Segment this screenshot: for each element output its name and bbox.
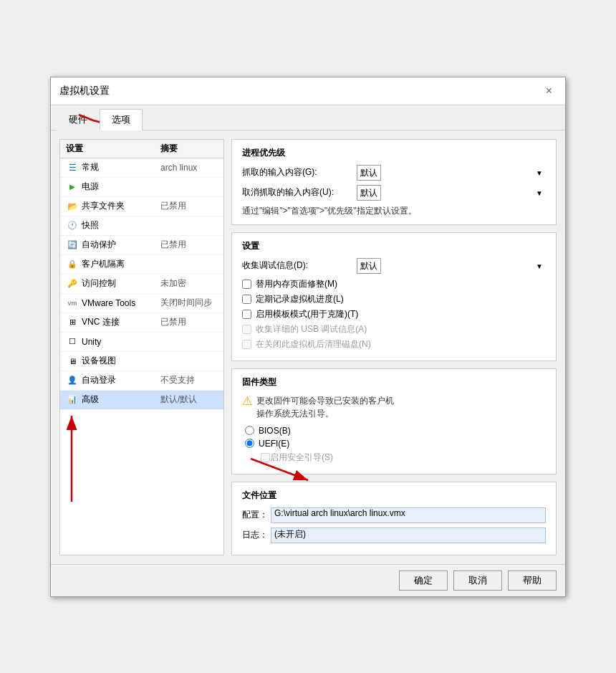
device-view-icon: 🖥: [66, 355, 79, 368]
checkbox-usb: [242, 325, 251, 334]
log-value: (未开启): [271, 528, 546, 543]
item-label-power: 电源: [82, 181, 160, 193]
list-item-power[interactable]: ▶ 电源: [60, 178, 223, 197]
grab-input-select[interactable]: 默认: [357, 165, 381, 181]
tab-options[interactable]: 选项: [100, 109, 143, 130]
uefi-radio-row: UEFI(E): [245, 439, 546, 449]
collect-debug-label: 收集调试信息(D):: [242, 259, 357, 272]
shared-folders-icon: 📂: [66, 200, 79, 213]
firmware-title: 固件类型: [242, 376, 546, 388]
list-header: 设置 摘要: [60, 140, 223, 158]
item-label-auto-protect: 自动保护: [82, 239, 160, 251]
list-item-guest-isolation[interactable]: 🔒 客户机隔离: [60, 255, 223, 275]
config-file-row: 配置： G:\virtual arch linux\arch linux.vmx: [242, 507, 546, 523]
guest-isolation-icon: 🔒: [66, 258, 79, 271]
ungrab-input-row: 取消抓取的输入内容(U): 默认 ▼: [242, 185, 546, 201]
close-button[interactable]: ×: [542, 83, 557, 99]
collect-debug-row: 收集调试信息(D): 默认 ▼: [242, 258, 546, 274]
item-summary-vmware-tools: 关闭时间同步: [160, 297, 218, 309]
settings-section: 设置 收集调试信息(D): 默认 ▼ 替用内存页面修整(M): [231, 232, 557, 361]
process-priority-title: 进程优先级: [242, 147, 546, 159]
checkbox-label-memory: 替用内存页面修整(M): [256, 278, 337, 290]
firmware-warning-row: ⚠ 更改固件可能会导致已安装的客户机操作系统无法引导。: [242, 394, 546, 420]
title-bar: 虚拟机设置 ×: [51, 77, 565, 105]
config-value: G:\virtual arch linux\arch linux.vmx: [271, 507, 546, 523]
bios-label: BIOS(B): [259, 426, 291, 436]
file-location-title: 文件位置: [242, 490, 546, 502]
item-summary-shared-folders: 已禁用: [160, 200, 218, 212]
cancel-button[interactable]: 取消: [453, 571, 502, 591]
snapshots-icon: 🕐: [66, 219, 79, 232]
access-control-icon: 🔑: [66, 277, 79, 290]
bios-radio[interactable]: [245, 426, 254, 435]
uefi-radio[interactable]: [245, 439, 254, 448]
checkbox-log[interactable]: [242, 295, 251, 304]
ungrab-select-arrow-icon: ▼: [536, 188, 543, 196]
item-label-device-view: 设备视图: [82, 355, 160, 367]
grab-input-select-wrapper: 默认 ▼: [357, 165, 546, 181]
checkbox-row-memory: 替用内存页面修整(M): [242, 278, 546, 290]
checkbox-label-template: 启用模板模式(用于克隆)(T): [256, 308, 358, 320]
auto-login-icon: 👤: [66, 374, 79, 387]
item-summary-vnc: 已禁用: [160, 316, 218, 328]
warning-icon: ⚠: [242, 394, 252, 408]
firmware-section: 固件类型 ⚠ 更改固件可能会导致已安装的客户机操作系统无法引导。 BIOS(B)…: [231, 368, 557, 474]
header-summary: 摘要: [160, 143, 218, 155]
right-panel: 进程优先级 抓取的输入内容(G): 默认 ▼ 取消抓取的输入内容(U):: [231, 139, 557, 555]
tab-hardware[interactable]: 硬件: [57, 109, 100, 130]
list-item-auto-protect[interactable]: 🔄 自动保护 已禁用: [60, 236, 223, 255]
item-label-advanced: 高级: [82, 393, 160, 406]
process-priority-hint: 通过"编辑">"首选项">"优先级"指定默认设置。: [242, 205, 546, 217]
file-location-section: 文件位置 配置： G:\virtual arch linux\arch linu…: [231, 482, 557, 555]
power-icon: ▶: [66, 181, 79, 194]
list-item-auto-login[interactable]: 👤 自动登录 不受支持: [60, 371, 223, 391]
list-item-vnc[interactable]: ⊞ VNC 连接 已禁用: [60, 313, 223, 333]
advanced-icon: 📊: [66, 393, 79, 406]
item-label-shared-folders: 共享文件夹: [82, 200, 160, 212]
tab-bar: 硬件 选项: [51, 105, 565, 130]
grab-input-label: 抓取的输入内容(G):: [242, 166, 357, 178]
ungrab-input-label: 取消抓取的输入内容(U):: [242, 186, 357, 199]
list-item-advanced[interactable]: 📊 高级 默认/默认: [60, 391, 223, 410]
ok-button[interactable]: 确定: [399, 571, 448, 591]
list-item-shared-folders[interactable]: 📂 共享文件夹 已禁用: [60, 197, 223, 216]
list-item-device-view[interactable]: 🖥 设备视图: [60, 352, 223, 371]
help-button[interactable]: 帮助: [508, 571, 557, 591]
grab-input-row: 抓取的输入内容(G): 默认 ▼: [242, 165, 546, 181]
dialog-footer: 确定 取消 帮助: [51, 564, 565, 596]
dialog-title: 虚拟机设置: [59, 85, 110, 97]
config-label: 配置：: [242, 509, 271, 521]
vnc-icon: ⊞: [66, 316, 79, 329]
item-label-access-control: 访问控制: [82, 277, 160, 290]
item-label-snapshots: 快照: [82, 219, 160, 232]
checkbox-template[interactable]: [242, 310, 251, 319]
general-icon: ☰: [66, 161, 79, 174]
header-setting: 设置: [66, 143, 160, 155]
ungrab-input-select-wrapper: 默认 ▼: [357, 185, 546, 201]
list-item-vmware-tools[interactable]: vm VMware Tools 关闭时间同步: [60, 294, 223, 313]
log-label: 日志：: [242, 529, 271, 541]
list-item-snapshots[interactable]: 🕐 快照: [60, 216, 223, 236]
checkbox-label-clean-disk: 在关闭此虚拟机后清理磁盘(N): [256, 338, 371, 350]
secure-boot-checkbox: [261, 453, 270, 462]
checkbox-memory[interactable]: [242, 280, 251, 289]
collect-select-arrow-icon: ▼: [536, 262, 543, 269]
ungrab-input-select[interactable]: 默认: [357, 185, 381, 201]
uefi-label: UEFI(E): [259, 439, 289, 449]
item-label-guest-isolation: 客户机隔离: [82, 258, 160, 270]
checkbox-row-usb: 收集详细的 USB 调试信息(A): [242, 323, 546, 335]
secure-boot-label: 启用安全引导(S): [270, 452, 333, 464]
bios-radio-row: BIOS(B): [245, 426, 546, 436]
item-label-vmware-tools: VMware Tools: [82, 298, 160, 308]
item-label-auto-login: 自动登录: [82, 374, 160, 386]
list-item-general[interactable]: ☰ 常规 arch linux: [60, 158, 223, 178]
item-summary-auto-protect: 已禁用: [160, 239, 218, 251]
firmware-warning-text: 更改固件可能会导致已安装的客户机操作系统无法引导。: [256, 394, 394, 420]
checkbox-label-log: 定期记录虚拟机进度(L): [256, 293, 344, 305]
auto-protect-icon: 🔄: [66, 239, 79, 252]
list-item-access-control[interactable]: 🔑 访问控制 未加密: [60, 275, 223, 294]
unity-icon: ☐: [66, 335, 79, 348]
list-item-unity[interactable]: ☐ Unity: [60, 333, 223, 352]
grab-select-arrow-icon: ▼: [536, 168, 543, 176]
collect-debug-select[interactable]: 默认: [357, 258, 381, 274]
